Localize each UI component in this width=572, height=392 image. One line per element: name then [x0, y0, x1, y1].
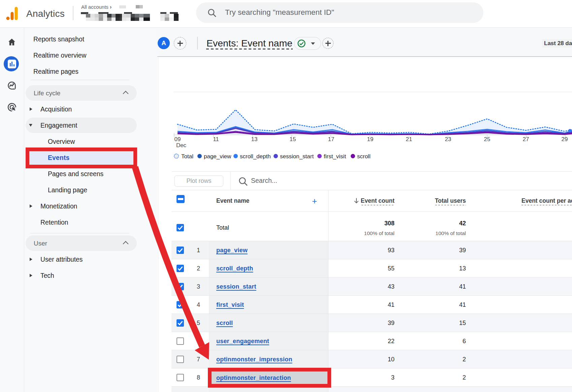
svg-text:13: 13 — [251, 136, 258, 142]
svg-text:Dec: Dec — [176, 142, 187, 149]
svg-text:19: 19 — [367, 136, 374, 142]
svg-text:15: 15 — [290, 136, 296, 142]
svg-text:23: 23 — [445, 136, 451, 142]
svg-text:17: 17 — [328, 136, 335, 142]
svg-text:25: 25 — [484, 136, 490, 142]
svg-text:09: 09 — [174, 136, 181, 142]
svg-text:29: 29 — [562, 136, 568, 142]
svg-text:21: 21 — [406, 136, 412, 142]
svg-text:27: 27 — [523, 136, 529, 142]
svg-text:11: 11 — [213, 136, 219, 142]
